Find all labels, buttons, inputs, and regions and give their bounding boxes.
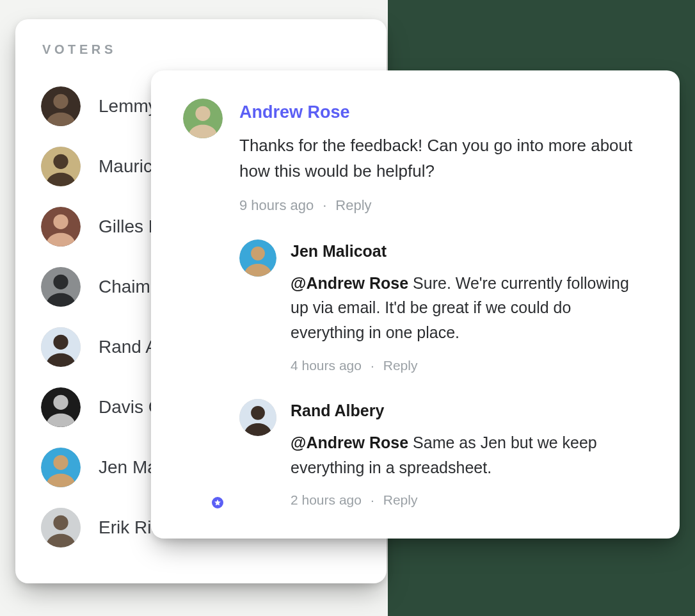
reply-body: Jen Malicoat @Andrew Rose Sure. We're cu… bbox=[291, 239, 648, 373]
reply-button[interactable]: Reply bbox=[383, 492, 418, 508]
comment-root: Andrew Rose Thanks for the feedback! Can… bbox=[183, 99, 648, 508]
comment-author[interactable]: Andrew Rose bbox=[239, 102, 648, 122]
svg-point-8 bbox=[53, 215, 68, 229]
svg-point-29 bbox=[251, 246, 265, 260]
svg-point-17 bbox=[53, 395, 68, 410]
avatar bbox=[41, 86, 81, 126]
comment-meta: 9 hours ago · Reply bbox=[239, 197, 648, 214]
avatar bbox=[41, 508, 81, 547]
reply-meta: 2 hours ago · Reply bbox=[291, 492, 648, 508]
comment-timestamp: 9 hours ago bbox=[239, 197, 314, 214]
mention[interactable]: @Andrew Rose bbox=[291, 434, 408, 451]
comments-card: Andrew Rose Thanks for the feedback! Can… bbox=[151, 70, 680, 539]
admin-star-badge-icon bbox=[210, 495, 225, 510]
svg-point-14 bbox=[53, 335, 68, 350]
avatar bbox=[183, 99, 223, 138]
svg-point-26 bbox=[195, 106, 210, 121]
avatar bbox=[41, 147, 81, 186]
comment-message: Thanks for the feedback! Can you go into… bbox=[239, 133, 648, 184]
avatar bbox=[239, 399, 276, 436]
avatar bbox=[41, 387, 81, 427]
meta-separator: · bbox=[371, 492, 374, 508]
comment-body: Andrew Rose Thanks for the feedback! Can… bbox=[239, 99, 648, 508]
reply-meta: 4 hours ago · Reply bbox=[291, 358, 648, 373]
reply-item: Rand Albery @Andrew Rose Same as Jen but… bbox=[239, 399, 648, 508]
avatar-wrap bbox=[183, 99, 223, 508]
meta-separator: · bbox=[371, 358, 374, 373]
meta-separator: · bbox=[323, 197, 326, 214]
reply-timestamp: 2 hours ago bbox=[291, 492, 362, 508]
avatar bbox=[239, 239, 276, 277]
avatar bbox=[41, 448, 81, 487]
reply-button[interactable]: Reply bbox=[335, 197, 371, 214]
reply-timestamp: 4 hours ago bbox=[291, 358, 362, 373]
avatar bbox=[41, 327, 81, 367]
svg-point-5 bbox=[53, 154, 68, 169]
svg-point-32 bbox=[251, 406, 265, 420]
reply-author[interactable]: Rand Albery bbox=[291, 401, 648, 420]
svg-point-23 bbox=[53, 515, 68, 530]
reply-button[interactable]: Reply bbox=[383, 358, 418, 373]
replies-list: Jen Malicoat @Andrew Rose Sure. We're cu… bbox=[239, 239, 648, 508]
reply-message: @Andrew Rose Sure. We're currently follo… bbox=[291, 271, 648, 345]
reply-item: Jen Malicoat @Andrew Rose Sure. We're cu… bbox=[239, 239, 648, 373]
voter-name: Lemmy bbox=[99, 96, 157, 117]
reply-message: @Andrew Rose Same as Jen but we keep eve… bbox=[291, 430, 648, 480]
voters-heading: VOTERS bbox=[42, 42, 361, 57]
svg-point-20 bbox=[53, 455, 68, 470]
reply-body: Rand Albery @Andrew Rose Same as Jen but… bbox=[291, 399, 648, 508]
mention[interactable]: @Andrew Rose bbox=[291, 274, 408, 292]
reply-author[interactable]: Jen Malicoat bbox=[291, 242, 648, 261]
svg-point-11 bbox=[53, 275, 68, 289]
avatar bbox=[41, 207, 81, 247]
svg-point-2 bbox=[53, 94, 68, 109]
avatar bbox=[41, 267, 81, 307]
